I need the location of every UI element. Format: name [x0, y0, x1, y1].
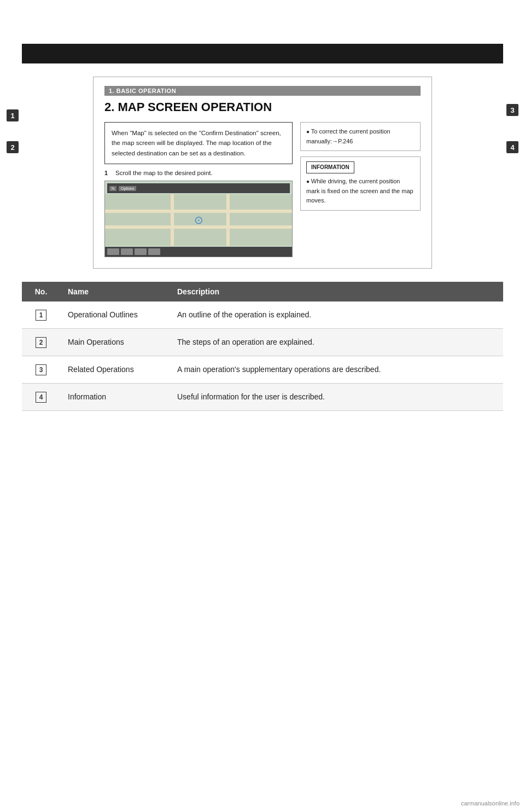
side-markers: 3 4: [506, 104, 518, 153]
row3-no: 3: [22, 356, 60, 384]
illustration-wrapper: 1 2 1. BASIC OPERATION 2. MAP SCREEN OPE…: [22, 77, 503, 269]
outline-box: When "Map" is selected on the "Confirm D…: [104, 122, 293, 164]
table-row: 2 Main Operations The steps of an operat…: [22, 329, 503, 356]
map-road-v2: [226, 194, 230, 246]
map-bottom-bar: [105, 247, 292, 257]
badge-3: 3: [36, 364, 46, 375]
map-btn-1: [107, 248, 119, 255]
right-col: To correct the current position manually…: [300, 122, 421, 257]
description-table: No. Name Description 1 Operational Outli…: [22, 282, 503, 411]
row1-desc: An outline of the operation is explained…: [170, 301, 503, 329]
left-marker-2: 2: [7, 141, 19, 153]
row1-name: Operational Outlines: [60, 301, 170, 329]
col-name: Name: [60, 282, 170, 301]
row2-desc: The steps of an operation are explained.: [170, 329, 503, 356]
left-markers: 1 2: [7, 109, 19, 153]
step-text: Scroll the map to the desired point.: [115, 170, 213, 176]
info-box: INFORMATION While driving, the current p…: [300, 156, 421, 211]
badge-2: 2: [36, 337, 46, 348]
map-options-btn: Options: [119, 186, 136, 191]
table-header: No. Name Description: [22, 282, 503, 301]
map-road-h1: [105, 210, 292, 213]
map-btn-dest: [148, 248, 160, 255]
manual-page-box: 1. BASIC OPERATION 2. MAP SCREEN OPERATI…: [93, 77, 432, 269]
badge-1: 1: [36, 310, 46, 321]
table-row: 3 Related Operations A main operation's …: [22, 356, 503, 384]
related-box: To correct the current position manually…: [300, 122, 421, 151]
info-label: INFORMATION: [306, 161, 354, 173]
row3-desc: A main operation's supplementary operati…: [170, 356, 503, 384]
row3-name: Related Operations: [60, 356, 170, 384]
info-body: While driving, the current position mark…: [306, 178, 413, 204]
map-image: N Options ⊙: [104, 181, 293, 257]
map-btn-3: [135, 248, 147, 255]
top-bar: [22, 44, 503, 63]
table-row: 1 Operational Outlines An outline of the…: [22, 301, 503, 329]
table-row: 4 Information Useful information for the…: [22, 384, 503, 411]
table-section: No. Name Description 1 Operational Outli…: [22, 282, 503, 411]
table-header-row: No. Name Description: [22, 282, 503, 301]
left-col: When "Map" is selected on the "Confirm D…: [104, 122, 293, 257]
content-columns: When "Map" is selected on the "Confirm D…: [104, 122, 421, 257]
row4-no: 4: [22, 384, 60, 411]
info-text: While driving, the current position mark…: [306, 177, 415, 206]
map-streets: ⊙: [105, 194, 292, 246]
row2-no: 2: [22, 329, 60, 356]
map-btn-2: [121, 248, 133, 255]
left-marker-1: 1: [7, 109, 19, 121]
page-wrapper: 1 2 1. BASIC OPERATION 2. MAP SCREEN OPE…: [0, 0, 525, 433]
badge-4: 4: [36, 392, 46, 403]
section-header: 1. BASIC OPERATION: [104, 86, 421, 96]
right-marker-3: 3: [506, 104, 518, 116]
map-n-btn: N: [109, 186, 116, 191]
col-description: Description: [170, 282, 503, 301]
map-road-v1: [171, 194, 174, 246]
row1-no: 1: [22, 301, 60, 329]
row4-name: Information: [60, 384, 170, 411]
watermark: carmanualsonline.info: [461, 800, 520, 807]
related-text: To correct the current position manually…: [306, 128, 390, 144]
row2-name: Main Operations: [60, 329, 170, 356]
step-number: 1: [104, 170, 112, 176]
section-title: 2. MAP SCREEN OPERATION: [104, 100, 421, 114]
row4-desc: Useful information for the user is descr…: [170, 384, 503, 411]
table-body: 1 Operational Outlines An outline of the…: [22, 301, 503, 411]
map-toolbar: N Options: [107, 183, 290, 193]
col-no: No.: [22, 282, 60, 301]
map-center-marker: ⊙: [194, 213, 203, 227]
step-row: 1 Scroll the map to the desired point.: [104, 170, 293, 176]
right-marker-4: 4: [506, 141, 518, 153]
